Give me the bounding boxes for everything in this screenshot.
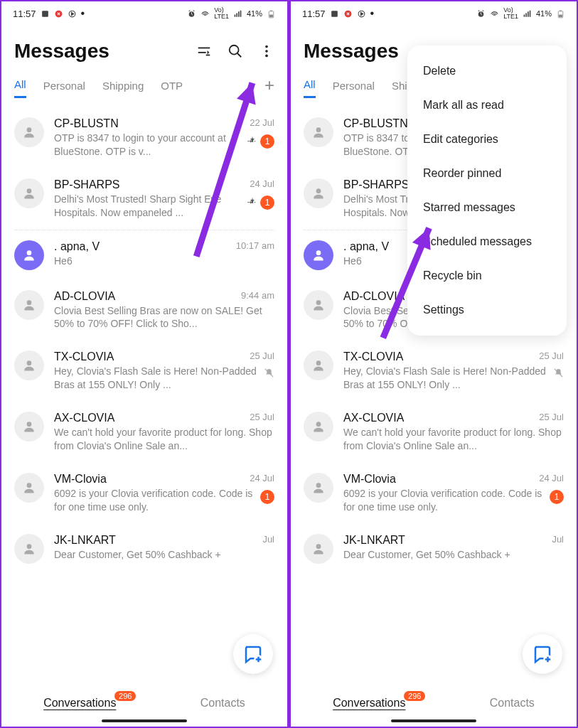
conversation-name: . apna, V (343, 240, 389, 253)
avatar (14, 412, 44, 441)
conversation-item[interactable]: JK-LNKARTJul Dear Customer, Get 50% Cash… (291, 524, 577, 574)
conversation-date: 24 Jul (539, 473, 564, 486)
avatar (304, 473, 333, 503)
tab-personal[interactable]: Personal (43, 74, 85, 97)
tab-all[interactable]: All (304, 73, 316, 98)
compose-fab[interactable] (523, 634, 562, 674)
conversation-preview: Clovia Best Selling Bras are now on SALE… (54, 304, 274, 331)
home-indicator (102, 719, 187, 722)
svg-point-14 (27, 127, 32, 132)
mute-icon (553, 368, 564, 381)
conversation-date: 25 Jul (539, 350, 564, 363)
conversation-item[interactable]: BP-SHARPS24 Jul Delhi's Most Trusted! Sh… (1, 168, 287, 230)
conversation-date: 25 Jul (250, 412, 274, 424)
menu-item-delete[interactable]: Delete (407, 54, 567, 88)
add-category-icon[interactable]: + (264, 75, 274, 95)
conversation-item[interactable]: VM-Clovia24 Jul 6092 is your Clovia veri… (1, 463, 287, 524)
conversation-date: 24 Jul (250, 178, 274, 191)
conversation-item[interactable]: VM-Clovia24 Jul 6092 is your Clovia veri… (291, 463, 577, 524)
menu-item-recycle-bin[interactable]: Recycle bin (407, 259, 567, 293)
unread-badge: 1 (550, 490, 564, 504)
conversation-name: VM-Clovia (54, 473, 107, 486)
conversation-preview: Dear Customer, Get 50% Cashback + (54, 548, 274, 562)
menu-item-reorder-pinned[interactable]: Reorder pinned (407, 156, 567, 191)
avatar (304, 117, 333, 147)
tab-contacts[interactable]: Contacts (200, 697, 245, 710)
conversation-preview: Hey, Clovia's Flash Sale is Here! Non-Pa… (54, 365, 259, 392)
filter-icon[interactable] (196, 43, 212, 59)
svg-line-10 (237, 53, 242, 58)
tab-contacts[interactable]: Contacts (490, 697, 535, 710)
svg-point-20 (27, 422, 32, 427)
svg-point-36 (316, 300, 321, 305)
conversation-name: AX-CLOVIA (343, 412, 404, 424)
svg-point-15 (27, 188, 32, 193)
svg-point-33 (316, 127, 321, 132)
menu-item-settings[interactable]: Settings (407, 293, 567, 327)
unread-badge: 1 (260, 134, 274, 149)
svg-point-35 (316, 250, 321, 255)
conversation-name: TX-CLOVIA (343, 350, 403, 363)
menu-item-mark-all-as-read[interactable]: Mark all as read (407, 88, 567, 122)
svg-rect-31 (560, 10, 562, 11)
search-icon[interactable] (228, 43, 243, 59)
conversation-item[interactable]: AX-CLOVIA25 Jul We can't hold your favor… (291, 402, 577, 463)
status-time: 11:57 (302, 9, 326, 19)
svg-point-18 (27, 361, 32, 366)
conversation-name: TX-CLOVIA (54, 350, 114, 363)
svg-rect-6 (269, 14, 273, 17)
svg-point-17 (27, 300, 32, 305)
conversation-item[interactable]: TX-CLOVIA25 Jul Hey, Clovia's Flash Sale… (1, 341, 287, 402)
menu-item-scheduled-messages[interactable]: Scheduled messages (407, 225, 567, 259)
svg-point-34 (316, 188, 321, 193)
tab-conversations[interactable]: Conversations296 (333, 697, 405, 710)
conversation-list: CP-BLUSTN22 Jul OTP is 8347 to login to … (1, 107, 287, 685)
svg-point-9 (230, 46, 239, 55)
conversation-name: CP-BLUSTN (343, 117, 408, 130)
conversation-name: AX-CLOVIA (54, 412, 114, 424)
avatar (304, 178, 333, 208)
conversation-item[interactable]: JK-LNKARTJul Dear Customer, Get 50% Cash… (1, 524, 287, 574)
conversation-name: . apna, V (54, 240, 100, 253)
status-bar: 11:57 • Vo)LTE1 41% (291, 1, 577, 26)
conversation-preview: 6092 is your Clovia verification code. C… (343, 487, 545, 514)
conversation-date: 10:17 am (236, 240, 274, 253)
avatar (14, 350, 44, 380)
conversation-name: JK-LNKART (343, 534, 405, 547)
header: Messages (1, 26, 287, 73)
more-icon[interactable] (259, 43, 274, 59)
svg-point-21 (27, 483, 32, 488)
conversation-item[interactable]: AX-CLOVIA25 Jul We can't hold your favor… (1, 402, 287, 463)
svg-point-40 (316, 483, 321, 488)
tab-shipping[interactable]: Shipping (102, 74, 144, 97)
conversation-date: Jul (552, 534, 564, 547)
tab-personal[interactable]: Personal (333, 74, 375, 97)
svg-point-16 (27, 250, 32, 255)
tab-conversations[interactable]: Conversations296 (43, 697, 116, 710)
conversation-preview: Hey, Clovia's Flash Sale is Here! Non-Pa… (343, 365, 549, 392)
conversation-preview: Dear Customer, Get 50% Cashback + (343, 548, 564, 562)
status-time: 11:57 (13, 9, 36, 19)
avatar (14, 178, 44, 208)
conversation-item[interactable]: AD-CLOVIA9:44 am Clovia Best Selling Bra… (1, 280, 287, 341)
conversation-name: BP-SHARPS (343, 178, 409, 191)
conversation-item[interactable]: CP-BLUSTN22 Jul OTP is 8347 to login to … (1, 107, 287, 168)
conversation-item[interactable]: TX-CLOVIA25 Jul Hey, Clovia's Flash Sale… (291, 341, 577, 402)
home-indicator (391, 719, 476, 722)
conversation-date: 22 Jul (250, 117, 274, 130)
overflow-menu: DeleteMark all as readEdit categoriesReo… (407, 46, 567, 336)
conversation-item[interactable]: . apna, V10:17 am He6 (1, 230, 287, 280)
conversation-name: AD-CLOVIA (343, 290, 405, 303)
tab-otp[interactable]: OTP (161, 74, 183, 97)
conversation-name: BP-SHARPS (54, 178, 119, 191)
unread-badge: 1 (260, 490, 274, 504)
avatar (304, 350, 333, 380)
avatar (14, 290, 44, 320)
menu-item-edit-categories[interactable]: Edit categories (407, 122, 567, 156)
compose-fab[interactable] (233, 634, 273, 674)
pin-icon (247, 196, 257, 209)
avatar (14, 117, 44, 147)
menu-item-starred-messages[interactable]: Starred messages (407, 191, 567, 225)
page-title: Messages (304, 40, 399, 63)
tab-all[interactable]: All (14, 73, 26, 98)
